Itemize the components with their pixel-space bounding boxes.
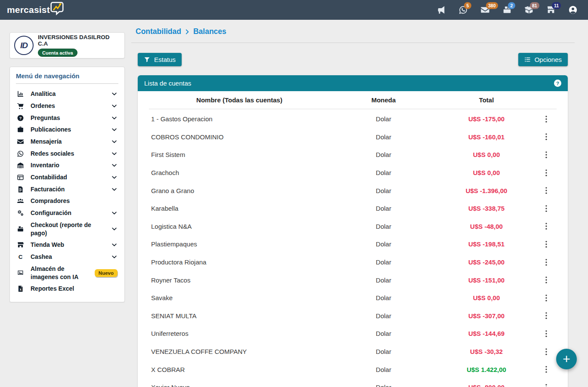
navbar-icon-button[interactable]: 11 [546, 5, 557, 15]
account-name: 1 - Gastos Operacion [149, 115, 330, 123]
account-name: Royner Tacos [149, 276, 330, 284]
account-name: Plastiempaques [149, 240, 330, 248]
account-name: Logistica N&A [149, 223, 330, 230]
sidebar-menu-item[interactable]: Mensajería [16, 136, 118, 148]
sidebar-menu-item[interactable]: Almacén de imagenes con IA Nuevo [16, 263, 118, 283]
accounts-card: Lista de cuentas Nombre (Todas las cuent… [138, 75, 568, 387]
mail-icon [17, 138, 24, 145]
toolbar: Estatus Opciones [138, 53, 568, 66]
row-kebab-menu-icon[interactable] [542, 329, 551, 338]
sidebar-menu-item[interactable]: X Reportes Excel [16, 283, 118, 295]
menu-item-label: Tienda Web [31, 241, 108, 249]
sidebar-menu-item[interactable]: ? Preguntas [16, 112, 118, 124]
help-icon[interactable] [554, 80, 561, 87]
table-row: Uniferreteros Dolar U$S -144,69 [149, 325, 557, 343]
table-row: Plastiempaques Dolar U$S -198,51 [149, 235, 557, 253]
navbar-icon-button[interactable] [568, 5, 579, 15]
chevron-down-icon [111, 126, 118, 133]
estatus-button-label: Estatus [154, 56, 176, 63]
brand-name: mercasist [7, 5, 50, 15]
account-name: VENEZUELA COFFE COMPANY [149, 348, 330, 355]
menu-item-label: Analítica [31, 90, 108, 98]
table-header-row: Nombre (Todas las cuentas) Moneda Total [149, 91, 557, 109]
account-name: SENIAT MULTA [149, 312, 330, 319]
estatus-filter-button[interactable]: Estatus [138, 53, 182, 66]
column-header-name: Nombre (Todas las cuentas) [149, 96, 330, 104]
account-total: U$S 0,00 [437, 169, 535, 176]
account-currency: Dolar [330, 151, 437, 158]
chevron-down-icon [111, 115, 118, 121]
sidebar-menu-item[interactable]: Analítica [16, 88, 118, 100]
sidebar-menu-item[interactable]: Configuración [16, 207, 118, 219]
account-name: Grachoch [149, 169, 330, 176]
row-kebab-menu-icon[interactable] [542, 365, 551, 374]
account-name: Uniferreteros [149, 330, 330, 337]
navigation-menu: Menú de navegación Analítica Ordenes [9, 67, 125, 302]
svg-text:C: C [19, 254, 23, 260]
row-kebab-menu-icon[interactable] [542, 132, 551, 141]
navbar-icon-button[interactable]: 380 [480, 5, 491, 15]
sidebar-menu-item[interactable]: Contabilidad [16, 172, 118, 184]
row-kebab-menu-icon[interactable] [542, 150, 551, 160]
breadcrumb-section[interactable]: Contabilidad [136, 27, 181, 36]
account-total: U$S -245,00 [437, 258, 535, 266]
row-kebab-menu-icon[interactable] [542, 258, 551, 267]
row-kebab-menu-icon[interactable] [542, 383, 551, 387]
row-kebab-menu-icon[interactable] [542, 186, 551, 195]
row-kebab-menu-icon[interactable] [542, 204, 551, 213]
breadcrumb-page[interactable]: Balances [193, 27, 226, 36]
row-kebab-menu-icon[interactable] [542, 168, 551, 178]
table-row: Xavier Nuevo Dolar U$S -800,00 [149, 378, 557, 387]
sidebar-menu-item[interactable]: Publicaciones [16, 124, 118, 136]
account-currency: Dolar [330, 115, 437, 123]
menu-item-label: Mensajería [31, 138, 108, 146]
row-kebab-menu-icon[interactable] [542, 311, 551, 320]
navbar-icon-button[interactable]: 81 [524, 5, 535, 15]
notification-badge: 380 [486, 2, 498, 9]
account-total: U$S -800,00 [437, 384, 535, 387]
table-row: Productora Riojana Dolar U$S -245,00 [149, 253, 557, 271]
account-total: U$S -198,51 [437, 240, 535, 248]
account-icon [568, 5, 578, 15]
account-total: U$S 0,00 [437, 151, 535, 158]
menu-item-label: Publicaciones [31, 126, 108, 134]
sidebar-menu-item[interactable]: Tienda Web [16, 239, 118, 251]
menu-item-label: Redes sociales [31, 150, 108, 158]
add-account-fab[interactable] [556, 349, 577, 369]
row-kebab-menu-icon[interactable] [542, 293, 551, 303]
account-total: U$S -151,00 [437, 276, 535, 284]
sidebar-menu-item[interactable]: Redes sociales [16, 147, 118, 160]
chevron-down-icon [111, 242, 118, 248]
row-kebab-menu-icon[interactable] [542, 114, 551, 124]
row-kebab-menu-icon[interactable] [542, 240, 551, 249]
menu-item-label: Cashea [31, 253, 108, 261]
account-total: U$S -144,69 [437, 330, 535, 337]
sidebar-menu-item[interactable]: C Cashea [16, 251, 118, 263]
sidebar-menu-item[interactable]: Inventario [16, 160, 118, 172]
table-row: COBROS CONDOMINIO Dolar U$S -160,01 [149, 128, 557, 146]
navbar-icon-button[interactable]: 5 [458, 5, 469, 15]
table-row: Logistica N&A Dolar U$S -48,00 [149, 218, 557, 236]
filter-funnel-icon [144, 56, 150, 63]
navbar-icon-button[interactable]: 2 [502, 5, 513, 15]
row-kebab-menu-icon[interactable] [542, 347, 551, 356]
opciones-button[interactable]: Opciones [518, 53, 568, 66]
brand-logo[interactable]: mercasist [7, 4, 65, 16]
account-currency: Dolar [330, 330, 437, 337]
sidebar-menu-item[interactable]: Facturación [16, 183, 118, 195]
sidebar-menu-item[interactable]: Ordenes [16, 100, 118, 112]
notification-badge: 5 [464, 2, 471, 9]
table-row: Karabella Dolar U$S -338,75 [149, 200, 557, 218]
chevron-down-icon [111, 186, 118, 193]
row-kebab-menu-icon[interactable] [542, 275, 551, 285]
account-total: U$S -160,01 [437, 133, 535, 141]
company-name: INVERSIONES DASILROD C.A [38, 34, 120, 47]
navbar-icon-button[interactable] [436, 5, 447, 15]
sidebar-menu-item[interactable]: Checkout (reporte de pago) [16, 219, 118, 239]
menu-item-label: Ordenes [31, 102, 108, 110]
chevron-down-icon [111, 174, 118, 181]
account-name: Savake [149, 294, 330, 301]
sidebar-menu-item[interactable]: Compradores [16, 195, 118, 207]
gears-icon [17, 209, 24, 217]
row-kebab-menu-icon[interactable] [542, 221, 551, 231]
